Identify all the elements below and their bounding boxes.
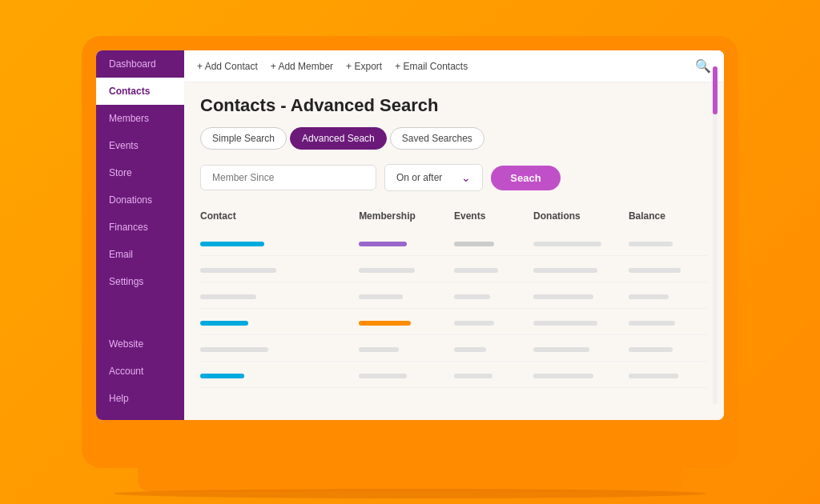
sidebar-item-help[interactable]: Help: [96, 385, 184, 412]
tabs: Simple Search Advanced Seach Saved Searc…: [200, 127, 708, 150]
page-content: Contacts - Advanced Search Simple Search…: [184, 82, 724, 420]
table-row[interactable]: [200, 309, 708, 335]
sidebar-item-website[interactable]: Website: [96, 330, 184, 358]
tab-simple-search[interactable]: Simple Search: [200, 127, 287, 150]
laptop-frame: Dashboard Contacts Members Events Store …: [82, 36, 738, 468]
email-contacts-button[interactable]: + Email Contacts: [395, 61, 468, 72]
table-row[interactable]: [200, 282, 708, 309]
dropdown-arrow-icon: ⌄: [461, 171, 471, 184]
search-form: On or after ⌄ Seach: [200, 164, 708, 191]
scrollbar[interactable]: [713, 66, 718, 404]
member-since-input[interactable]: [200, 165, 376, 190]
tab-saved-searches[interactable]: Saved Searches: [390, 127, 484, 150]
sidebar-item-events[interactable]: Events: [96, 132, 184, 159]
sidebar-bottom: Website Account Help: [96, 330, 184, 420]
toolbar: + Add Contact + Add Member + Export + Em…: [184, 50, 724, 82]
sidebar-item-members[interactable]: Members: [96, 105, 184, 132]
sidebar-item-finances[interactable]: Finances: [96, 214, 184, 241]
page-title: Contacts - Advanced Search: [200, 95, 708, 116]
table-header: Contact Membership Events Donations Bala…: [200, 206, 708, 226]
search-button[interactable]: Seach: [491, 166, 560, 190]
sidebar-item-account[interactable]: Account: [96, 358, 184, 385]
sidebar-spacer: [96, 295, 184, 330]
sidebar-item-email[interactable]: Email: [96, 241, 184, 268]
table-row[interactable]: [200, 362, 708, 388]
add-member-button[interactable]: + Add Member: [271, 61, 333, 72]
date-dropdown[interactable]: On or after ⌄: [384, 164, 483, 191]
tab-advanced-search[interactable]: Advanced Seach: [290, 127, 387, 150]
export-button[interactable]: + Export: [346, 61, 382, 72]
scrollbar-thumb: [713, 66, 718, 114]
table-row[interactable]: [200, 256, 708, 282]
sidebar-item-dashboard[interactable]: Dashboard: [96, 50, 184, 78]
sidebar-item-settings[interactable]: Settings: [96, 268, 184, 295]
sidebar: Dashboard Contacts Members Events Store …: [96, 50, 184, 420]
add-contact-button[interactable]: + Add Contact: [197, 61, 258, 72]
results-table: Contact Membership Events Donations Bala…: [200, 206, 708, 388]
main-content: + Add Contact + Add Member + Export + Em…: [184, 50, 724, 420]
sidebar-item-contacts[interactable]: Contacts: [96, 78, 184, 105]
sidebar-item-store[interactable]: Store: [96, 159, 184, 186]
table-row[interactable]: [200, 230, 708, 256]
search-icon[interactable]: 🔍: [695, 58, 711, 74]
laptop-base-shadow: [114, 489, 706, 498]
table-row[interactable]: [200, 335, 708, 362]
laptop-wrapper: Dashboard Contacts Members Events Store …: [82, 36, 738, 468]
sidebar-item-donations[interactable]: Donations: [96, 186, 184, 214]
screen: Dashboard Contacts Members Events Store …: [96, 50, 724, 420]
